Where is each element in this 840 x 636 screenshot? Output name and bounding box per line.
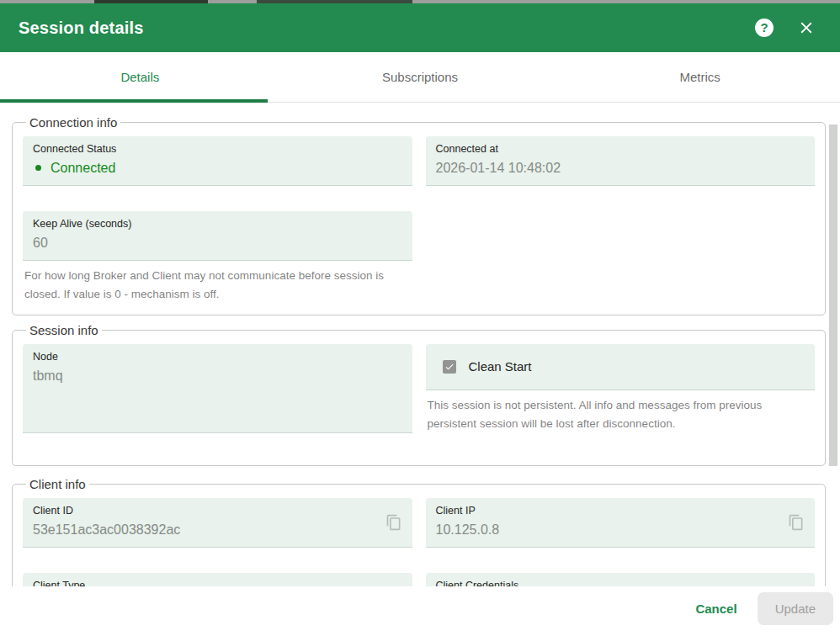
field-node: Node tbmq	[23, 344, 412, 434]
field-client-type: Client Type Device	[23, 573, 412, 586]
field-label: Connected at	[436, 143, 805, 155]
close-button[interactable]	[791, 13, 821, 43]
dialog-footer: Cancel Update	[0, 586, 840, 636]
field-connected-at: Connected at 2026-01-14 10:48:02	[426, 136, 816, 186]
field-label: Client ID	[33, 505, 402, 517]
section-session-info-legend: Session info	[26, 323, 102, 337]
scrollbar-thumb[interactable]	[829, 125, 837, 466]
field-client-id: Client ID 53e151ac3ac0038392ac	[23, 498, 412, 548]
help-icon: ?	[755, 19, 774, 37]
copy-icon	[385, 514, 402, 531]
node-value: tbmq	[33, 366, 402, 385]
keep-alive-hint: For how long Broker and Client may not c…	[23, 267, 412, 305]
field-connected-status: Connected Status Connected	[23, 136, 412, 186]
field-client-ip: Client IP 10.125.0.8	[426, 498, 816, 548]
clean-start-cell: Clean Start This session is not persiste…	[426, 344, 816, 434]
section-connection-info-legend: Connection info	[26, 115, 120, 130]
connected-status-value: Connected	[33, 158, 402, 178]
field-clean-start: Clean Start	[426, 344, 816, 390]
field-label: Keep Alive (seconds)	[33, 218, 402, 230]
section-client-info: Client info Client ID 53e151ac3ac0038392…	[12, 477, 826, 586]
vertical-scrollbar[interactable]	[829, 103, 837, 586]
field-label: Client IP	[436, 505, 805, 517]
tab-details[interactable]: Details	[0, 52, 280, 102]
field-keep-alive: Keep Alive (seconds) 60	[23, 211, 412, 261]
tab-metrics[interactable]: Metrics	[560, 52, 840, 102]
update-button[interactable]: Update	[758, 592, 833, 625]
client-ip-value: 10.125.0.8	[436, 520, 805, 539]
field-label: Client Type	[33, 580, 402, 586]
status-dot-icon	[35, 165, 41, 171]
copy-icon	[788, 514, 805, 531]
checkmark-icon	[444, 362, 455, 372]
clean-start-hint: This session is not persistent. All info…	[426, 396, 816, 434]
clean-start-label: Clean Start	[469, 359, 532, 374]
dialog-content: Connection info Connected Status Connect…	[0, 103, 840, 586]
field-client-credentials: Client Credentials client_Symcon_TRAVENE…	[426, 573, 816, 586]
tab-subscriptions[interactable]: Subscriptions	[280, 52, 561, 102]
help-button[interactable]: ?	[749, 13, 779, 43]
connected-at-value: 2026-01-14 10:48:02	[436, 158, 805, 178]
section-session-info: Session info Node tbmq Clean Start This …	[12, 323, 826, 467]
section-connection-info: Connection info Connected Status Connect…	[12, 115, 826, 315]
copy-client-ip-button[interactable]	[784, 511, 808, 534]
copy-client-id-button[interactable]	[382, 511, 406, 534]
background-page-edge	[0, 0, 840, 3]
keep-alive-cell: Keep Alive (seconds) 60 For how long Bro…	[23, 211, 412, 305]
tab-bar: Details Subscriptions Metrics	[0, 52, 840, 103]
field-label: Node	[33, 351, 402, 363]
section-client-info-legend: Client info	[26, 477, 89, 491]
clean-start-checkbox[interactable]	[443, 360, 456, 374]
client-id-value: 53e151ac3ac0038392ac	[33, 520, 402, 539]
field-label: Client Credentials	[436, 580, 805, 586]
page-title: Session details	[19, 19, 144, 38]
cancel-button[interactable]: Cancel	[683, 593, 748, 624]
close-icon	[797, 19, 816, 37]
dialog-header: Session details ?	[0, 3, 840, 52]
field-label: Connected Status	[33, 143, 402, 155]
keep-alive-value: 60	[33, 233, 402, 252]
